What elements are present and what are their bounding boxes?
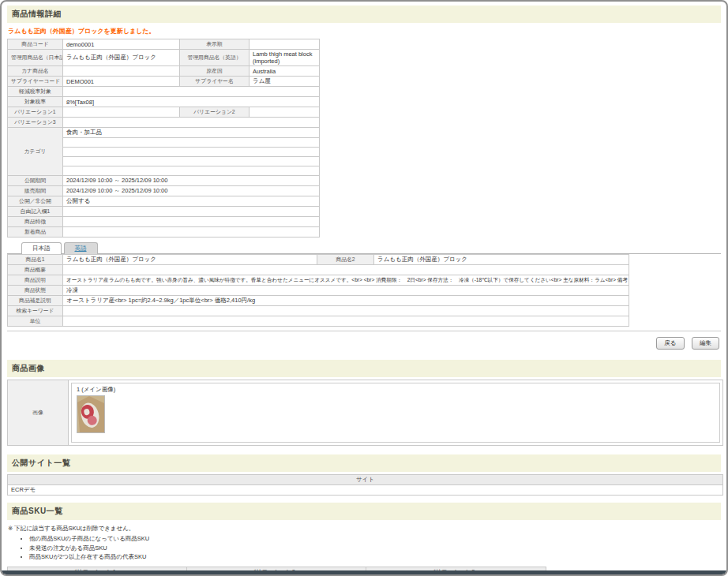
category-value — [63, 157, 320, 166]
field-value: ラムもも正肉（外国産）ブロック — [374, 255, 629, 265]
field-label: 公開／非公開 — [8, 196, 63, 207]
category-value — [63, 138, 320, 148]
field-value: 公開する — [63, 196, 320, 207]
field-value: Australia — [250, 66, 320, 77]
product-info-table: 商品コード demo0001 表示順 管理用商品名（日本語） ラムもも正肉（外国… — [7, 39, 320, 238]
field-label: 対象税率 — [8, 97, 63, 107]
image-row-label: 画像 — [8, 380, 69, 446]
field-label: 新着商品 — [8, 227, 63, 238]
field-label: 表示順 — [180, 39, 250, 50]
site-column-header: サイト — [8, 475, 723, 485]
field-label: 商品特徴 — [8, 217, 63, 227]
field-value — [63, 207, 320, 217]
field-value — [250, 107, 320, 118]
category-value — [63, 166, 320, 176]
published-sites-table: サイト ECRデモ — [7, 474, 723, 496]
field-value — [63, 316, 629, 327]
category-value — [63, 148, 320, 157]
field-label: バリエーション1 — [8, 107, 63, 118]
field-value: ラムもも正肉（外国産）ブロック — [63, 50, 180, 66]
edit-button[interactable]: 編集 — [692, 337, 719, 350]
field-value — [63, 265, 629, 275]
image-caption: 1 (メイン画像) — [77, 386, 715, 394]
field-value: Lamb thigh meat block (imported) — [250, 50, 320, 66]
field-label: 管理用商品名（日本語） — [8, 50, 63, 66]
image-list-box: 1 (メイン画像) — [71, 383, 720, 443]
sku-note-item: 他の商品SKUの子商品になっている商品SKU — [29, 535, 721, 543]
field-label: 商品コード — [8, 39, 63, 50]
field-label: 単位 — [8, 316, 63, 327]
product-detail-page: 商品情報詳細 ラムもも正肉（外国産）ブロックを更新しました。 商品コード dem… — [0, 0, 728, 576]
field-value: 8%[Tax08] — [63, 97, 320, 107]
field-label: 商品名2 — [317, 255, 374, 265]
section-title-images: 商品画像 — [7, 360, 721, 377]
tab-japanese[interactable]: 日本語 — [21, 242, 62, 254]
field-label: 原産国 — [180, 66, 250, 77]
field-value — [63, 107, 180, 118]
tab-english-label: 英語 — [75, 245, 87, 252]
field-label: 商品説明 — [8, 275, 63, 286]
field-label: サプライヤー名 — [180, 77, 250, 87]
tab-english[interactable]: 英語 — [64, 242, 98, 254]
field-label: 商品状態 — [8, 286, 63, 296]
field-value: DEMO001 — [63, 77, 180, 87]
field-label: 販売期間 — [8, 186, 63, 196]
field-value — [63, 306, 629, 316]
field-label: バリエーション3 — [8, 118, 63, 128]
field-label: サプライヤーコード — [8, 77, 63, 87]
field-value: ラムもも正肉（外国産）ブロック — [63, 255, 317, 265]
sku-note-item: 未発送の注文がある商品SKU — [29, 544, 721, 552]
category-value: 食肉・加工品 — [63, 128, 320, 138]
field-value: オーストラリア産<br> 1pc=約2.4~2.9kg／1pc単位<br> 価格… — [63, 296, 629, 306]
field-label: 商品名1 — [8, 255, 63, 265]
page-title: 商品情報詳細 — [7, 6, 721, 23]
product-image-thumbnail[interactable] — [77, 395, 105, 433]
field-label: 商品概要 — [8, 265, 63, 275]
meat-package-graphic — [77, 396, 104, 432]
field-value: demo0001 — [63, 39, 180, 50]
section-title-sites: 公開サイト一覧 — [7, 454, 721, 472]
field-label: 軽減税率対象 — [8, 87, 63, 97]
field-label: カテゴリ — [8, 128, 63, 176]
field-label: 管理用商品名（英語） — [180, 50, 250, 66]
sku-note-item: 商品SKUが2つ以上存在する商品の代表SKU — [29, 553, 721, 561]
field-label: バリエーション2 — [180, 107, 250, 118]
field-value: 2024/12/09 10:00 ～ 2025/12/09 10:00 — [63, 176, 320, 186]
sku-note-list: 他の商品SKUの子商品になっている商品SKU 未発送の注文がある商品SKU 商品… — [29, 535, 721, 561]
section-title-sku: 商品SKU一覧 — [7, 503, 721, 520]
sku-delete-note: ※ 下記に該当する商品SKUは削除できません。 — [8, 525, 720, 533]
field-label: 検索キーワード — [8, 306, 63, 316]
field-value: 2024/12/09 10:00 ～ 2025/12/09 10:00 — [63, 186, 320, 196]
field-value — [63, 66, 180, 77]
field-value: 冷凍 — [63, 286, 629, 296]
window-bottom-edge — [2, 570, 726, 574]
action-bar: 戻る 編集 — [7, 331, 721, 353]
site-row: ECRデモ — [8, 485, 723, 496]
field-label: 自由記入欄1 — [8, 207, 63, 217]
update-message: ラムもも正肉（外国産）ブロックを更新しました。 — [8, 27, 720, 36]
field-value — [63, 217, 320, 227]
field-value — [250, 39, 320, 50]
field-value — [63, 118, 320, 128]
language-tabs: 日本語 英語 — [7, 242, 721, 254]
field-value: ラム屋 — [250, 77, 320, 87]
field-value — [63, 227, 320, 238]
field-label: 公開期間 — [8, 176, 63, 186]
language-detail-table: 商品名1 ラムもも正肉（外国産）ブロック 商品名2 ラムもも正肉（外国産）ブロッ… — [7, 254, 629, 327]
field-label: カナ商品名 — [8, 66, 63, 77]
back-button[interactable]: 戻る — [656, 337, 684, 350]
product-image-table: 画像 1 (メイン画像) — [7, 380, 723, 446]
field-value — [63, 87, 320, 97]
field-label: 商品補足説明 — [8, 296, 63, 306]
field-value: オーストラリア産ラムのもも肉です。強い赤身の旨み、濃い風味が特徴です。香草と合わ… — [63, 275, 629, 286]
